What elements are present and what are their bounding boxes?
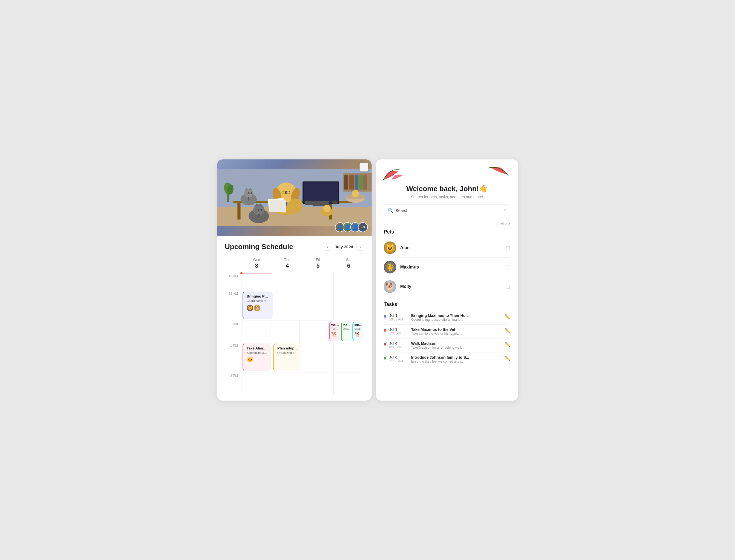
task-item-0[interactable]: Jul 3 10:30 AM Bringing Maximus to Their… <box>384 311 510 325</box>
cell-thu-11am <box>272 290 302 320</box>
cell-sat-10am <box>333 273 364 290</box>
task-item-2[interactable]: Jul 6 8:00 PM Walk Madison Take Madison … <box>384 339 510 352</box>
current-time-line <box>241 273 272 273</box>
cell-fri-noon <box>299 320 328 342</box>
cell-sat-1pm <box>333 342 364 372</box>
pet-avatar-molly: 🐕 <box>384 280 396 293</box>
welcome-title: Welcome back, John!👋 <box>384 185 510 193</box>
row-noon: noon Wal... Take... 🐕 Plan. <box>225 320 364 342</box>
row-11am: 11 AM Bringing Pets to Their Homes Coord… <box>225 290 364 320</box>
time-noon: noon <box>225 320 241 342</box>
svg-rect-46 <box>344 175 348 189</box>
pets-section: Pets 🐱 Alan ⬚ 🐈 Maximus ⬚ 🐕 Molly <box>384 229 510 296</box>
svg-rect-38 <box>305 201 329 205</box>
cell-sat-2pm <box>333 372 364 394</box>
event-plan-adoption[interactable]: Plan adoption event Organizing a public … <box>273 343 301 371</box>
search-icon: 🔍 <box>388 208 393 213</box>
cell-thu-1pm: Plan adoption event Organizing a public … <box>272 342 302 372</box>
cell-wed-2pm <box>241 372 272 394</box>
cell-thu-noon <box>270 320 299 342</box>
event-walk-sat[interactable]: Wal... Take... 🐕 <box>329 322 340 341</box>
search-input[interactable] <box>395 208 501 213</box>
hero-image: ↓ 👤 👤 👤 +3 <box>217 159 372 236</box>
tasks-section-label: Tasks <box>384 302 510 307</box>
time-10am: 10 AM <box>225 273 241 290</box>
search-bar[interactable]: 🔍 × <box>384 205 510 216</box>
schedule-title: Upcoming Schedule <box>225 243 293 251</box>
left-panel: ↓ 👤 👤 👤 +3 Upcoming Schedule <box>217 159 372 401</box>
svg-rect-7 <box>304 182 338 203</box>
task-edit-1[interactable]: ✏️ <box>505 327 510 333</box>
next-month-button[interactable]: › <box>356 243 364 251</box>
task-dot-0 <box>384 315 386 318</box>
pet-maximus-link-icon[interactable]: ⬚ <box>506 264 510 270</box>
event-intro-sat[interactable]: Intr... Meat 🐕 <box>352 322 363 341</box>
pets-section-label: Pets <box>384 229 510 235</box>
svg-rect-50 <box>363 175 367 189</box>
svg-rect-48 <box>355 175 358 189</box>
cell-thu-2pm <box>272 372 302 394</box>
pet-item-molly[interactable]: 🐕 Molly ⬚ <box>384 277 510 296</box>
avatars-more[interactable]: +3 <box>358 222 368 232</box>
schedule-header: Upcoming Schedule ‹ July 2024 › <box>225 243 364 251</box>
time-1pm: 1 PM <box>225 342 241 372</box>
deco-leaf-left <box>381 166 403 183</box>
svg-rect-47 <box>349 175 354 189</box>
row-10am: 10 AM <box>225 273 364 290</box>
calendar-body: 10 AM 11 AM <box>225 273 364 394</box>
task-edit-0[interactable]: ✏️ <box>505 313 510 319</box>
event-take-alan[interactable]: Take Alan to the... Scheduling a veteri.… <box>243 343 271 371</box>
event-avatar-2: 🐕 <box>254 305 260 311</box>
pet-molly-link-icon[interactable]: ⬚ <box>506 284 510 290</box>
day-thu: Thu 4 <box>272 256 302 273</box>
cell-fri-1pm <box>303 342 333 372</box>
svg-rect-49 <box>358 175 363 189</box>
task-dot-1 <box>384 329 386 332</box>
row-1pm: 1 PM Take Alan to the... Scheduling a ve… <box>225 342 364 372</box>
month-label: July 2024 <box>335 244 353 249</box>
cell-fri-2pm <box>303 372 333 394</box>
hero-avatars: 👤 👤 👤 +3 <box>335 222 368 232</box>
app-container: ↓ 👤 👤 👤 +3 Upcoming Schedule <box>217 159 518 401</box>
task-dot-2 <box>384 343 386 346</box>
search-clear-button[interactable]: × <box>503 208 506 213</box>
day-headers: Wed 3 Thu 4 Fri 5 Sat 6 <box>241 256 364 273</box>
task-dot-3 <box>384 357 386 360</box>
time-11am: 11 AM <box>225 290 241 320</box>
day-sat: Sat 6 <box>333 256 364 273</box>
cell-wed-11am: Bringing Pets to Their Homes Coordinates… <box>241 290 272 320</box>
schedule-section: Upcoming Schedule ‹ July 2024 › Wed 3 Th… <box>217 236 372 401</box>
cell-sat-noon: Wal... Take... 🐕 Plan... Disc... Intr...… <box>328 320 364 342</box>
pet-item-maximus[interactable]: 🐈 Maximus ⬚ <box>384 258 510 277</box>
download-icon: ↓ <box>363 165 365 169</box>
svg-point-39 <box>332 200 338 205</box>
day-fri: Fri 5 <box>303 256 333 273</box>
welcome-subtitle: Search for pets, tasks, adopters and mor… <box>384 195 510 199</box>
prev-month-button[interactable]: ‹ <box>324 243 331 251</box>
svg-point-11 <box>244 189 253 198</box>
task-item-3[interactable]: Jul 6 11:00 AM Introduce Johnson family … <box>384 352 510 366</box>
pet-item-alan[interactable]: 🐱 Alan ⬚ <box>384 238 510 258</box>
task-edit-3[interactable]: ✏️ <box>505 355 510 361</box>
right-panel: Welcome back, John!👋 Search for pets, ta… <box>376 159 518 401</box>
tasks-section: Tasks Jul 3 10:30 AM Bringing Maximus to… <box>384 302 510 366</box>
pet-avatar-maximus: 🐈 <box>384 261 396 273</box>
cell-thu-10am <box>272 273 302 290</box>
download-button[interactable]: ↓ <box>360 163 368 171</box>
cell-wed-noon <box>241 320 270 342</box>
cell-sat-11am <box>333 290 364 320</box>
task-edit-2[interactable]: ✏️ <box>505 341 510 347</box>
day-wed: Wed 3 <box>241 256 272 273</box>
event-bringing-pets[interactable]: Bringing Pets to Their Homes Coordinates… <box>243 291 273 319</box>
event-avatar-1: 🐱 <box>247 305 253 311</box>
task-item-1[interactable]: Jul 3 1:00 PM Take Maximus to the Vet Ta… <box>384 325 510 339</box>
svg-rect-41 <box>270 200 286 212</box>
svg-point-53 <box>352 190 359 197</box>
deco-leaf-right <box>485 163 512 178</box>
svg-rect-4 <box>237 203 240 220</box>
event-plan-sat[interactable]: Plan... Disc... <box>341 322 352 341</box>
svg-point-29 <box>323 205 331 212</box>
pet-avatar-alan: 🐱 <box>384 241 396 254</box>
pet-alan-link-icon[interactable]: ⬚ <box>506 245 510 251</box>
cell-fri-11am <box>303 290 333 320</box>
